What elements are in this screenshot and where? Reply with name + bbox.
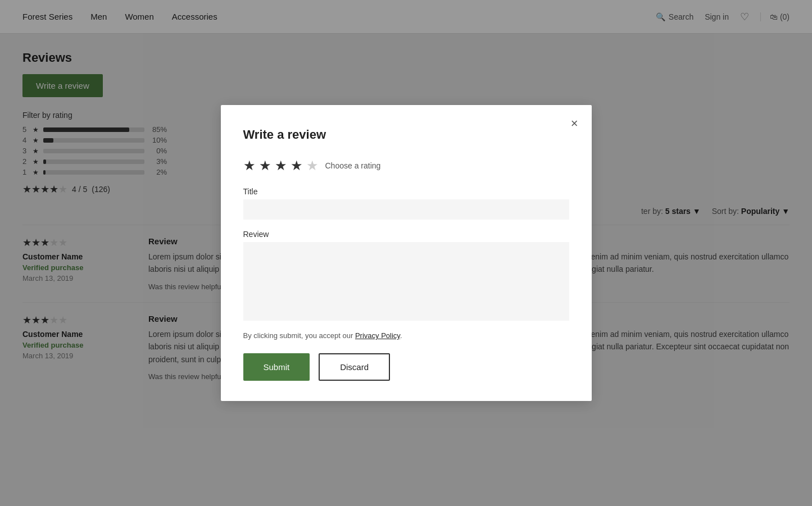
submit-button[interactable]: Submit [243, 353, 310, 381]
review-textarea[interactable] [243, 242, 569, 321]
modal-title: Write a review [243, 127, 569, 142]
modal-overlay[interactable]: Write a review × ★ ★ ★ ★ ★ Choose a rati… [0, 0, 812, 409]
title-label: Title [243, 187, 569, 196]
star-4[interactable]: ★ [291, 158, 303, 174]
star-rating-selector[interactable]: ★ ★ ★ ★ ★ Choose a rating [243, 158, 569, 174]
star-1[interactable]: ★ [243, 158, 256, 174]
privacy-policy-link[interactable]: Privacy Policy [355, 331, 400, 340]
modal-actions: Submit Discard [243, 353, 569, 381]
title-input[interactable] [243, 199, 569, 220]
modal-close-button[interactable]: × [571, 116, 578, 131]
choose-rating-label: Choose a rating [325, 161, 381, 170]
star-3[interactable]: ★ [275, 158, 287, 174]
write-review-modal: Write a review × ★ ★ ★ ★ ★ Choose a rati… [221, 105, 592, 401]
policy-text: By clicking submit, you accept our Priva… [243, 331, 569, 340]
star-2[interactable]: ★ [259, 158, 271, 174]
review-label: Review [243, 230, 569, 239]
star-5[interactable]: ★ [306, 158, 319, 174]
discard-button[interactable]: Discard [319, 353, 390, 381]
